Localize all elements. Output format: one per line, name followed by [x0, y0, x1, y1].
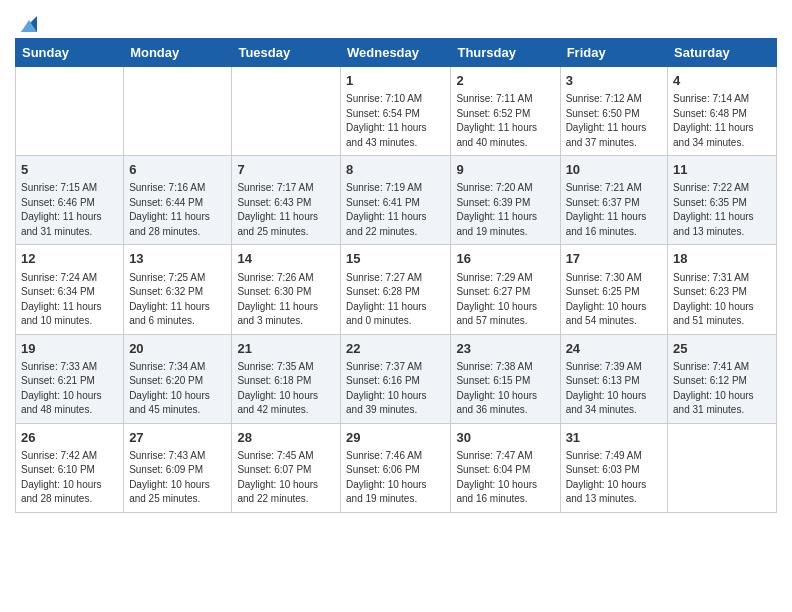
day-info: Sunrise: 7:49 AM Sunset: 6:03 PM Dayligh… — [566, 449, 662, 507]
calendar-cell: 18Sunrise: 7:31 AM Sunset: 6:23 PM Dayli… — [668, 245, 777, 334]
calendar-cell: 11Sunrise: 7:22 AM Sunset: 6:35 PM Dayli… — [668, 156, 777, 245]
day-number: 25 — [673, 340, 771, 358]
calendar-cell: 26Sunrise: 7:42 AM Sunset: 6:10 PM Dayli… — [16, 423, 124, 512]
calendar-cell: 2Sunrise: 7:11 AM Sunset: 6:52 PM Daylig… — [451, 67, 560, 156]
day-number: 16 — [456, 250, 554, 268]
calendar-week-1: 1Sunrise: 7:10 AM Sunset: 6:54 PM Daylig… — [16, 67, 777, 156]
day-info: Sunrise: 7:42 AM Sunset: 6:10 PM Dayligh… — [21, 449, 118, 507]
calendar-cell: 22Sunrise: 7:37 AM Sunset: 6:16 PM Dayli… — [341, 334, 451, 423]
day-info: Sunrise: 7:16 AM Sunset: 6:44 PM Dayligh… — [129, 181, 226, 239]
day-info: Sunrise: 7:33 AM Sunset: 6:21 PM Dayligh… — [21, 360, 118, 418]
day-number: 28 — [237, 429, 335, 447]
day-info: Sunrise: 7:30 AM Sunset: 6:25 PM Dayligh… — [566, 271, 662, 329]
day-info: Sunrise: 7:19 AM Sunset: 6:41 PM Dayligh… — [346, 181, 445, 239]
day-number: 19 — [21, 340, 118, 358]
calendar-cell: 29Sunrise: 7:46 AM Sunset: 6:06 PM Dayli… — [341, 423, 451, 512]
day-info: Sunrise: 7:11 AM Sunset: 6:52 PM Dayligh… — [456, 92, 554, 150]
day-info: Sunrise: 7:26 AM Sunset: 6:30 PM Dayligh… — [237, 271, 335, 329]
day-number: 23 — [456, 340, 554, 358]
day-info: Sunrise: 7:37 AM Sunset: 6:16 PM Dayligh… — [346, 360, 445, 418]
day-info: Sunrise: 7:12 AM Sunset: 6:50 PM Dayligh… — [566, 92, 662, 150]
day-number: 11 — [673, 161, 771, 179]
day-number: 26 — [21, 429, 118, 447]
day-info: Sunrise: 7:25 AM Sunset: 6:32 PM Dayligh… — [129, 271, 226, 329]
calendar-week-2: 5Sunrise: 7:15 AM Sunset: 6:46 PM Daylig… — [16, 156, 777, 245]
calendar-week-4: 19Sunrise: 7:33 AM Sunset: 6:21 PM Dayli… — [16, 334, 777, 423]
calendar-cell: 27Sunrise: 7:43 AM Sunset: 6:09 PM Dayli… — [124, 423, 232, 512]
day-info: Sunrise: 7:35 AM Sunset: 6:18 PM Dayligh… — [237, 360, 335, 418]
calendar-cell: 17Sunrise: 7:30 AM Sunset: 6:25 PM Dayli… — [560, 245, 667, 334]
day-number: 1 — [346, 72, 445, 90]
header — [15, 10, 777, 32]
day-number: 10 — [566, 161, 662, 179]
calendar-cell — [16, 67, 124, 156]
day-info: Sunrise: 7:46 AM Sunset: 6:06 PM Dayligh… — [346, 449, 445, 507]
day-info: Sunrise: 7:20 AM Sunset: 6:39 PM Dayligh… — [456, 181, 554, 239]
calendar-cell: 10Sunrise: 7:21 AM Sunset: 6:37 PM Dayli… — [560, 156, 667, 245]
calendar-cell: 5Sunrise: 7:15 AM Sunset: 6:46 PM Daylig… — [16, 156, 124, 245]
day-info: Sunrise: 7:41 AM Sunset: 6:12 PM Dayligh… — [673, 360, 771, 418]
calendar-cell: 4Sunrise: 7:14 AM Sunset: 6:48 PM Daylig… — [668, 67, 777, 156]
calendar-cell: 14Sunrise: 7:26 AM Sunset: 6:30 PM Dayli… — [232, 245, 341, 334]
day-info: Sunrise: 7:22 AM Sunset: 6:35 PM Dayligh… — [673, 181, 771, 239]
calendar-dow-friday: Friday — [560, 39, 667, 67]
calendar-cell: 8Sunrise: 7:19 AM Sunset: 6:41 PM Daylig… — [341, 156, 451, 245]
day-number: 9 — [456, 161, 554, 179]
day-number: 22 — [346, 340, 445, 358]
calendar-cell: 13Sunrise: 7:25 AM Sunset: 6:32 PM Dayli… — [124, 245, 232, 334]
day-number: 21 — [237, 340, 335, 358]
calendar-cell: 28Sunrise: 7:45 AM Sunset: 6:07 PM Dayli… — [232, 423, 341, 512]
calendar-cell — [124, 67, 232, 156]
day-info: Sunrise: 7:34 AM Sunset: 6:20 PM Dayligh… — [129, 360, 226, 418]
logo — [15, 14, 37, 32]
day-info: Sunrise: 7:31 AM Sunset: 6:23 PM Dayligh… — [673, 271, 771, 329]
day-number: 30 — [456, 429, 554, 447]
day-info: Sunrise: 7:10 AM Sunset: 6:54 PM Dayligh… — [346, 92, 445, 150]
day-number: 14 — [237, 250, 335, 268]
day-info: Sunrise: 7:14 AM Sunset: 6:48 PM Dayligh… — [673, 92, 771, 150]
day-number: 31 — [566, 429, 662, 447]
day-info: Sunrise: 7:27 AM Sunset: 6:28 PM Dayligh… — [346, 271, 445, 329]
day-number: 5 — [21, 161, 118, 179]
day-info: Sunrise: 7:24 AM Sunset: 6:34 PM Dayligh… — [21, 271, 118, 329]
day-number: 18 — [673, 250, 771, 268]
calendar-cell — [232, 67, 341, 156]
day-info: Sunrise: 7:29 AM Sunset: 6:27 PM Dayligh… — [456, 271, 554, 329]
calendar-cell: 16Sunrise: 7:29 AM Sunset: 6:27 PM Dayli… — [451, 245, 560, 334]
day-number: 15 — [346, 250, 445, 268]
day-info: Sunrise: 7:15 AM Sunset: 6:46 PM Dayligh… — [21, 181, 118, 239]
calendar-table: SundayMondayTuesdayWednesdayThursdayFrid… — [15, 38, 777, 513]
calendar-dow-monday: Monday — [124, 39, 232, 67]
calendar-cell: 31Sunrise: 7:49 AM Sunset: 6:03 PM Dayli… — [560, 423, 667, 512]
calendar-cell — [668, 423, 777, 512]
day-info: Sunrise: 7:43 AM Sunset: 6:09 PM Dayligh… — [129, 449, 226, 507]
calendar-cell: 9Sunrise: 7:20 AM Sunset: 6:39 PM Daylig… — [451, 156, 560, 245]
day-number: 29 — [346, 429, 445, 447]
day-info: Sunrise: 7:39 AM Sunset: 6:13 PM Dayligh… — [566, 360, 662, 418]
calendar-cell: 7Sunrise: 7:17 AM Sunset: 6:43 PM Daylig… — [232, 156, 341, 245]
calendar-week-3: 12Sunrise: 7:24 AM Sunset: 6:34 PM Dayli… — [16, 245, 777, 334]
day-number: 20 — [129, 340, 226, 358]
calendar-cell: 25Sunrise: 7:41 AM Sunset: 6:12 PM Dayli… — [668, 334, 777, 423]
calendar-dow-saturday: Saturday — [668, 39, 777, 67]
day-info: Sunrise: 7:47 AM Sunset: 6:04 PM Dayligh… — [456, 449, 554, 507]
day-info: Sunrise: 7:21 AM Sunset: 6:37 PM Dayligh… — [566, 181, 662, 239]
day-number: 8 — [346, 161, 445, 179]
day-number: 4 — [673, 72, 771, 90]
calendar-cell: 6Sunrise: 7:16 AM Sunset: 6:44 PM Daylig… — [124, 156, 232, 245]
day-number: 17 — [566, 250, 662, 268]
calendar-cell: 19Sunrise: 7:33 AM Sunset: 6:21 PM Dayli… — [16, 334, 124, 423]
calendar-header-row: SundayMondayTuesdayWednesdayThursdayFrid… — [16, 39, 777, 67]
calendar-cell: 1Sunrise: 7:10 AM Sunset: 6:54 PM Daylig… — [341, 67, 451, 156]
calendar-dow-wednesday: Wednesday — [341, 39, 451, 67]
calendar-dow-tuesday: Tuesday — [232, 39, 341, 67]
calendar-cell: 24Sunrise: 7:39 AM Sunset: 6:13 PM Dayli… — [560, 334, 667, 423]
day-info: Sunrise: 7:17 AM Sunset: 6:43 PM Dayligh… — [237, 181, 335, 239]
day-number: 6 — [129, 161, 226, 179]
calendar-cell: 20Sunrise: 7:34 AM Sunset: 6:20 PM Dayli… — [124, 334, 232, 423]
day-number: 2 — [456, 72, 554, 90]
calendar-cell: 21Sunrise: 7:35 AM Sunset: 6:18 PM Dayli… — [232, 334, 341, 423]
day-number: 7 — [237, 161, 335, 179]
day-number: 13 — [129, 250, 226, 268]
day-info: Sunrise: 7:45 AM Sunset: 6:07 PM Dayligh… — [237, 449, 335, 507]
